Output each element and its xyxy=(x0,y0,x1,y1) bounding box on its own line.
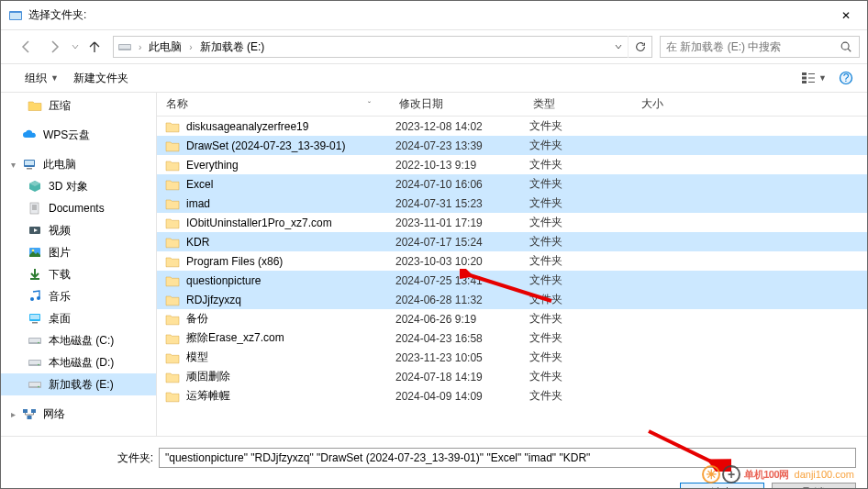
file-row[interactable]: Everything2022-10-13 9:19文件夹 xyxy=(157,155,867,174)
file-row[interactable]: 擦除Erase_xz7.com2024-04-23 16:58文件夹 xyxy=(157,328,867,348)
file-name: Everything xyxy=(186,159,395,172)
expand-icon[interactable]: ▸ xyxy=(6,409,19,419)
breadcrumb-segment[interactable]: 新加载卷 (E:) xyxy=(196,39,269,55)
organize-button[interactable]: 组织▼ xyxy=(17,67,66,90)
sidebar-item[interactable]: 本地磁盘 (D:) xyxy=(1,351,156,373)
down-icon xyxy=(27,266,43,283)
desk-icon xyxy=(27,310,43,327)
app-icon xyxy=(8,8,23,23)
file-row[interactable]: 顽固删除2024-07-18 14:19文件夹 xyxy=(157,367,867,386)
new-folder-button[interactable]: 新建文件夹 xyxy=(66,67,136,90)
folder-icon xyxy=(164,177,181,192)
forward-button[interactable] xyxy=(41,34,67,60)
file-row[interactable]: KDR2024-07-17 15:24文件夹 xyxy=(157,232,867,251)
3d-icon xyxy=(27,178,43,194)
file-name: 运筹帷幄 xyxy=(186,388,395,404)
sidebar-item[interactable]: 视频 xyxy=(1,219,156,241)
sidebar-item[interactable]: 本地磁盘 (C:) xyxy=(1,329,156,351)
address-bar[interactable]: › 此电脑 › 新加载卷 (E:) xyxy=(113,36,652,58)
sidebar-item-label: 音乐 xyxy=(49,289,71,305)
file-name: Program Files (x86) xyxy=(186,255,395,268)
window-title: 选择文件夹: xyxy=(28,7,825,23)
search-input[interactable] xyxy=(661,40,833,53)
svg-rect-27 xyxy=(30,315,39,319)
expand-icon[interactable]: ▾ xyxy=(6,160,19,170)
help-button[interactable]: ? xyxy=(836,68,856,88)
file-row[interactable]: questionpicture2024-07-25 13:41文件夹 xyxy=(157,271,867,290)
svg-rect-36 xyxy=(29,383,40,386)
sidebar-item-label: 3D 对象 xyxy=(49,179,88,194)
file-type: 文件夹 xyxy=(529,176,638,192)
file-row[interactable]: Excel2024-07-10 16:06文件夹 xyxy=(157,174,867,194)
file-type: 文件夹 xyxy=(529,234,638,250)
folder-icon xyxy=(164,389,181,404)
view-options-button[interactable]: ▼ xyxy=(797,70,830,86)
breadcrumb-segment[interactable]: 此电脑 xyxy=(145,39,185,55)
file-row[interactable]: 运筹帷幄2024-04-09 14:09文件夹 xyxy=(157,386,867,406)
file-name: 备份 xyxy=(186,311,395,327)
file-list[interactable]: diskusageanalyzerfree192023-12-08 14:02文… xyxy=(157,117,867,417)
svg-rect-1 xyxy=(10,13,21,19)
sidebar-item-label: 压缩 xyxy=(49,98,71,114)
sidebar-tree[interactable]: 压缩WPS云盘▾此电脑3D 对象Documents视频图片下载音乐桌面本地磁盘 … xyxy=(1,93,157,436)
up-button[interactable] xyxy=(83,34,106,60)
file-date: 2022-10-13 9:19 xyxy=(395,159,529,172)
file-type: 文件夹 xyxy=(529,253,638,269)
folder-name-input[interactable] xyxy=(159,448,856,468)
sidebar-item[interactable]: 新加载卷 (E:) xyxy=(1,373,156,395)
file-row[interactable]: RDJjfzyxzq2024-06-28 11:32文件夹 xyxy=(157,290,867,309)
search-box[interactable] xyxy=(660,36,860,58)
svg-rect-8 xyxy=(808,73,815,74)
svg-rect-33 xyxy=(29,361,40,364)
file-name: DrawSet (2024-07-23_13-39-01) xyxy=(186,139,395,152)
svg-rect-16 xyxy=(30,203,39,214)
svg-rect-14 xyxy=(25,161,34,165)
sidebar-item[interactable]: 下载 xyxy=(1,263,156,285)
file-row[interactable]: DrawSet (2024-07-23_13-39-01)2024-07-23 … xyxy=(157,136,867,155)
file-list-pane: 名称ˇ 修改日期 类型 大小 diskusageanalyzerfree1920… xyxy=(157,93,867,436)
cancel-button[interactable]: 取消 xyxy=(772,483,856,489)
column-header-name[interactable]: 名称ˇ xyxy=(157,93,390,116)
sidebar-item[interactable]: 图片 xyxy=(1,241,156,263)
file-row[interactable]: imad2024-07-31 15:23文件夹 xyxy=(157,194,867,213)
svg-point-22 xyxy=(32,250,35,252)
svg-rect-7 xyxy=(802,81,807,83)
file-row[interactable]: 模型2023-11-23 10:05文件夹 xyxy=(157,348,867,367)
sidebar-item[interactable]: 桌面 xyxy=(1,307,156,329)
close-button[interactable]: ✕ xyxy=(825,1,867,29)
file-row[interactable]: 备份2024-06-26 9:19文件夹 xyxy=(157,309,867,328)
column-header-size[interactable]: 大小 xyxy=(632,93,724,116)
net-icon xyxy=(21,406,38,422)
search-icon[interactable] xyxy=(833,37,859,57)
recent-dropdown[interactable] xyxy=(69,34,82,60)
column-header-type[interactable]: 类型 xyxy=(524,93,632,116)
refresh-button[interactable] xyxy=(628,36,651,58)
drive-icon xyxy=(27,354,43,371)
select-button[interactable]: 选中 xyxy=(680,483,764,489)
sidebar-item-label: 桌面 xyxy=(49,311,71,327)
sidebar-item[interactable]: 音乐 xyxy=(1,285,156,307)
sidebar-item[interactable]: ▾此电脑 xyxy=(1,153,156,175)
column-header-date[interactable]: 修改日期 xyxy=(390,93,524,116)
address-dropdown[interactable] xyxy=(609,43,628,50)
chevron-down-icon: ▼ xyxy=(50,73,59,83)
toolbar: 组织▼ 新建文件夹 ▼ ? xyxy=(1,63,867,93)
file-name: IObitUninstaller1Pro_xz7.com xyxy=(186,217,395,229)
file-date: 2024-06-26 9:19 xyxy=(395,313,529,326)
file-row[interactable]: Program Files (x86)2023-10-03 10:20文件夹 xyxy=(157,251,867,271)
music-icon xyxy=(27,288,43,305)
file-row[interactable]: IObitUninstaller1Pro_xz7.com2023-11-01 1… xyxy=(157,213,867,232)
sidebar-item[interactable]: 3D 对象 xyxy=(1,175,156,197)
chevron-down-icon: ▼ xyxy=(818,73,827,83)
file-name: 擦除Erase_xz7.com xyxy=(186,330,395,346)
file-row[interactable]: diskusageanalyzerfree192023-12-08 14:02文… xyxy=(157,117,867,136)
sidebar-item[interactable]: Documents xyxy=(1,197,156,219)
back-button[interactable] xyxy=(14,34,39,60)
svg-rect-30 xyxy=(29,339,40,342)
sidebar-item[interactable]: ▸网络 xyxy=(1,403,156,425)
sidebar-item[interactable]: 压缩 xyxy=(1,94,156,117)
folder-icon xyxy=(164,273,181,288)
file-date: 2024-06-28 11:32 xyxy=(395,294,529,306)
folder-icon xyxy=(164,235,181,250)
sidebar-item[interactable]: WPS云盘 xyxy=(1,124,156,146)
